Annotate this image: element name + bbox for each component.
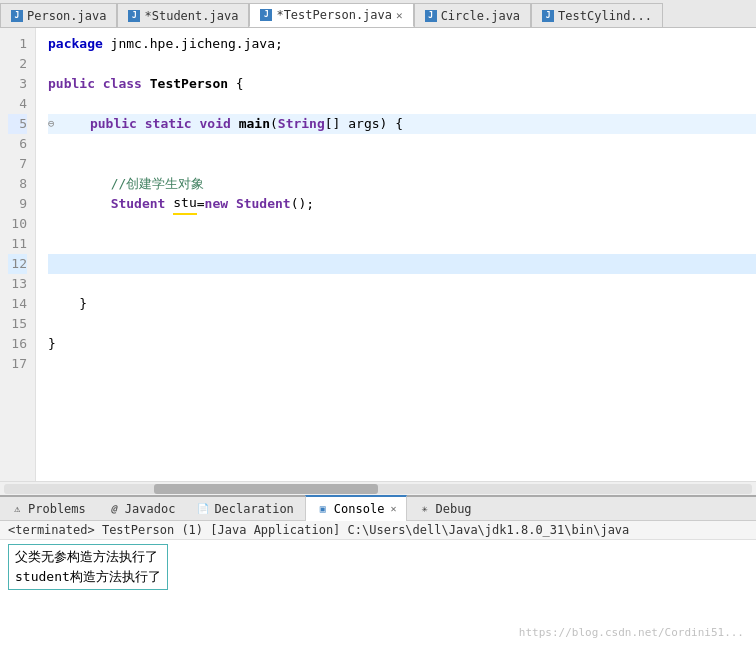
tab-label: Person.java: [27, 9, 106, 23]
java-icon: J: [11, 10, 23, 22]
tab-testcylind-java[interactable]: J TestCylind...: [531, 3, 663, 27]
console-icon: ▣: [316, 502, 330, 516]
java-icon: J: [260, 9, 272, 21]
tab-javadoc-label: Javadoc: [125, 502, 176, 516]
tab-declaration-label: Declaration: [214, 502, 293, 516]
code-line: [48, 94, 756, 114]
code-line: Student stu=new Student();: [48, 194, 756, 214]
line-num: 2: [8, 54, 27, 74]
code-line: ⊖ public static void main(String[] args)…: [48, 114, 756, 134]
console-output: 父类无参构造方法执行了 student构造方法执行了 https://blog.…: [0, 540, 756, 651]
tab-javadoc[interactable]: @ Javadoc: [97, 496, 187, 522]
java-icon: J: [542, 10, 554, 22]
editor-tabs: J Person.java J *Student.java J *TestPer…: [0, 0, 756, 28]
tab-testperson-java[interactable]: J *TestPerson.java ✕: [249, 3, 413, 27]
panel-tabs: ⚠ Problems @ Javadoc 📄 Declaration ▣ Con…: [0, 495, 756, 521]
tab-label: TestCylind...: [558, 9, 652, 23]
tab-problems[interactable]: ⚠ Problems: [0, 496, 97, 522]
tab-problems-label: Problems: [28, 502, 86, 516]
code-line: //创建学生对象: [48, 174, 756, 194]
horizontal-scrollbar[interactable]: [0, 481, 756, 495]
java-icon: J: [128, 10, 140, 22]
java-icon: J: [425, 10, 437, 22]
scrollbar-thumb: [154, 484, 378, 494]
editor-area: 1 2 3 4 5 6 7 8 9 10 11 12 13 14 15 16 1…: [0, 28, 756, 495]
code-line: [48, 134, 756, 154]
tab-debug[interactable]: ✳ Debug: [407, 496, 482, 522]
code-editor[interactable]: package jnmc.hpe.jicheng.java; public cl…: [36, 28, 756, 481]
code-line: }: [48, 334, 756, 354]
tab-console-label: Console: [334, 502, 385, 516]
line-numbers: 1 2 3 4 5 6 7 8 9 10 11 12 13 14 15 16 1…: [0, 28, 36, 481]
code-line: [48, 54, 756, 74]
console-area: <terminated> TestPerson (1) [Java Applic…: [0, 521, 756, 651]
line-num: 7: [8, 154, 27, 174]
tab-debug-label: Debug: [435, 502, 471, 516]
declaration-icon: 📄: [196, 502, 210, 516]
line-num: 10: [8, 214, 27, 234]
console-line-1: 父类无参构造方法执行了: [15, 547, 161, 567]
line-num: 14: [8, 294, 27, 314]
line-num: 9: [8, 194, 27, 214]
console-line-2: student构造方法执行了: [15, 567, 161, 587]
javadoc-icon: @: [107, 502, 121, 516]
code-line: }: [48, 294, 756, 314]
tab-label: Circle.java: [441, 9, 520, 23]
line-num: 13: [8, 274, 27, 294]
tab-label: *TestPerson.java: [276, 8, 392, 22]
line-num: 16: [8, 334, 27, 354]
code-line: [48, 314, 756, 334]
tab-student-java[interactable]: J *Student.java: [117, 3, 249, 27]
code-line: [48, 214, 756, 234]
code-line: [48, 254, 756, 274]
code-line: [48, 274, 756, 294]
tab-label: *Student.java: [144, 9, 238, 23]
tab-person-java[interactable]: J Person.java: [0, 3, 117, 27]
scrollbar-track: [4, 484, 752, 494]
tab-console[interactable]: ▣ Console ✕: [305, 495, 408, 521]
line-num: 11: [8, 234, 27, 254]
line-num: 17: [8, 354, 27, 374]
console-tab-close[interactable]: ✕: [390, 503, 396, 514]
code-container: 1 2 3 4 5 6 7 8 9 10 11 12 13 14 15 16 1…: [0, 28, 756, 481]
watermark: https://blog.csdn.net/Cordini51...: [519, 623, 744, 643]
line-num: 3: [8, 74, 27, 94]
console-box: 父类无参构造方法执行了 student构造方法执行了: [8, 544, 168, 590]
line-num: 6: [8, 134, 27, 154]
line-num: 4: [8, 94, 27, 114]
line-num: 1: [8, 34, 27, 54]
line-num: 5: [8, 114, 27, 134]
line-num: 15: [8, 314, 27, 334]
code-line: [48, 154, 756, 174]
tab-declaration[interactable]: 📄 Declaration: [186, 496, 304, 522]
code-line: [48, 354, 756, 374]
code-line: public class TestPerson {: [48, 74, 756, 94]
line-num: 8: [8, 174, 27, 194]
close-icon[interactable]: ✕: [396, 9, 403, 22]
tab-circle-java[interactable]: J Circle.java: [414, 3, 531, 27]
line-num: 12: [8, 254, 27, 274]
code-line: [48, 234, 756, 254]
problems-icon: ⚠: [10, 502, 24, 516]
debug-icon: ✳: [417, 502, 431, 516]
console-header: <terminated> TestPerson (1) [Java Applic…: [0, 521, 756, 540]
code-line: package jnmc.hpe.jicheng.java;: [48, 34, 756, 54]
